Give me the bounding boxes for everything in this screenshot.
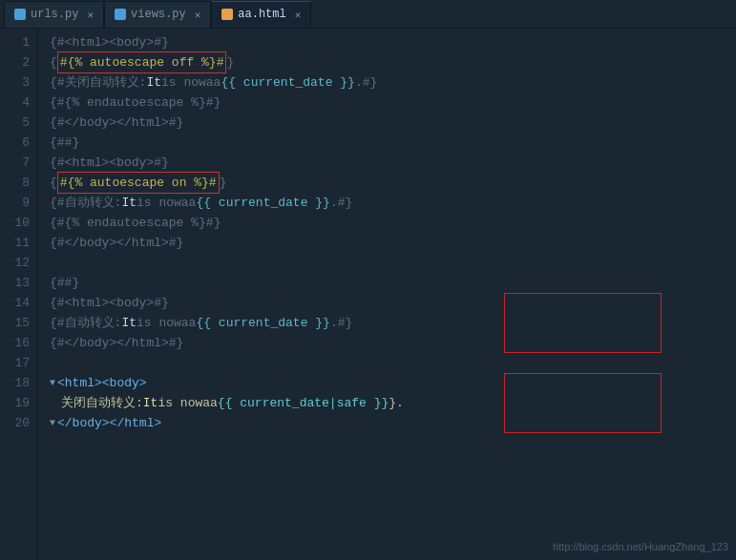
code-area[interactable]: {#<html><body>#} {#{% autoescape off %}#…: [38, 29, 736, 560]
code-line-8: {#{% autoescape on %}#}: [38, 173, 736, 193]
code-line-19: 关闭自动转义: It is nowaa {{ current_date|safe…: [38, 393, 736, 413]
py-icon: [14, 9, 26, 20]
code-line-14: {#<html><body>#}: [38, 293, 736, 313]
line-num-18: 18: [0, 373, 37, 393]
line-num-15: 15: [0, 313, 37, 333]
code-line-10: {#{% endautoescape %}#}: [38, 213, 736, 233]
code-line-17: [38, 353, 736, 373]
code-line-15: {#自动转义: It is nowaa {{ current_date }}.#…: [38, 313, 736, 333]
code-line-2: {#{% autoescape off %}#}: [38, 52, 736, 73]
code-line-11: {#</body></html>#}: [38, 233, 736, 253]
line-num-9: 9: [0, 193, 37, 213]
line-num-16: 16: [0, 333, 37, 353]
tab-label: urls.py: [31, 8, 78, 21]
line-num-1: 1: [0, 32, 37, 52]
line-num-19: 19: [0, 393, 37, 413]
line-num-3: 3: [0, 73, 37, 93]
tab-label: views.py: [131, 8, 186, 21]
code-line-4: {#{% endautoescape %}#}: [38, 93, 736, 113]
code-line-9: {#自动转义: It is nowaa {{ current_date }}.#…: [38, 193, 736, 213]
tab-label: aa.html: [238, 8, 285, 21]
py-icon: [115, 9, 126, 20]
line-num-8: 8: [0, 173, 37, 193]
line-num-17: 17: [0, 353, 37, 373]
code-line-12: [38, 253, 736, 273]
tab-close-icon[interactable]: ✕: [295, 9, 302, 21]
autoescape-off-tag: #{% autoescape off %}#: [57, 52, 227, 73]
line-num-10: 10: [0, 213, 37, 233]
code-line-5: {#</body></html>#}: [38, 113, 736, 133]
code-line-13: {##}: [38, 273, 736, 293]
line-numbers: 1 2 3 4 5 6 7 8 9 10 11 12 13 14 15 16 1…: [0, 29, 38, 560]
tab-views-py[interactable]: views.py ✕: [104, 1, 211, 28]
editor: 1 2 3 4 5 6 7 8 9 10 11 12 13 14 15 16 1…: [0, 29, 736, 560]
line-num-13: 13: [0, 273, 37, 293]
code-line-6: {##}: [38, 133, 736, 153]
line-num-20: 20: [0, 413, 37, 433]
line-num-7: 7: [0, 153, 37, 173]
code-line-20: ▼ </body></html>: [38, 413, 736, 433]
code-line-3: {#关闭自动转义: It is nowaa {{ current_date }}…: [38, 73, 736, 93]
html-icon: [221, 9, 233, 20]
code-line-1: {#<html><body>#}: [38, 32, 736, 52]
autoescape-on-tag: #{% autoescape on %}#: [57, 172, 220, 194]
code-line-18: ▼ <html><body>: [38, 373, 736, 393]
watermark: http://blog.csdn.net/HuangZhang_123: [553, 541, 728, 552]
line-num-2: 2: [0, 52, 37, 73]
code-line-16: {#</body></html>#}: [38, 333, 736, 353]
code-line-7: {#<html><body>#}: [38, 153, 736, 173]
line-num-12: 12: [0, 253, 37, 273]
fold-arrow-20: ▼: [50, 413, 55, 433]
line-num-14: 14: [0, 293, 37, 313]
tab-bar: urls.py ✕ views.py ✕ aa.html ✕: [0, 0, 736, 29]
line-num-4: 4: [0, 93, 37, 113]
tab-urls-py[interactable]: urls.py ✕: [4, 1, 104, 28]
tab-aa-html[interactable]: aa.html ✕: [211, 1, 311, 28]
fold-arrow-18: ▼: [50, 373, 55, 393]
tab-close-icon[interactable]: ✕: [195, 9, 201, 21]
line-num-6: 6: [0, 133, 37, 153]
line-num-5: 5: [0, 113, 37, 133]
line-num-11: 11: [0, 233, 37, 253]
tab-close-icon[interactable]: ✕: [87, 9, 94, 21]
